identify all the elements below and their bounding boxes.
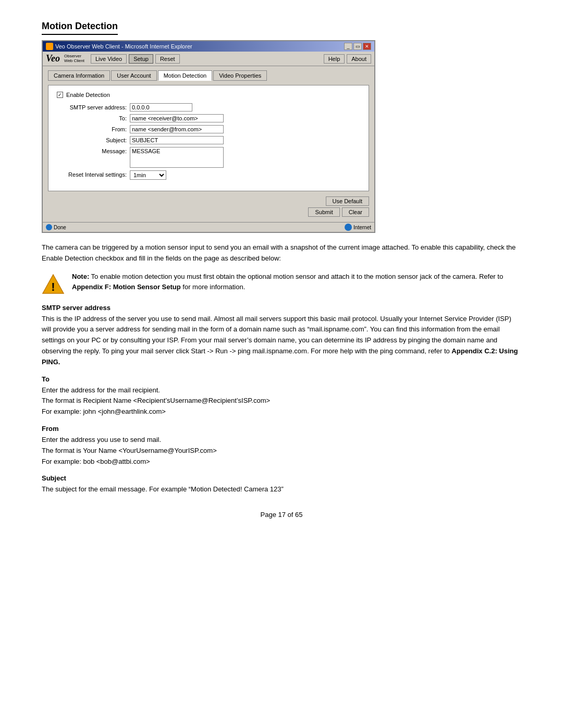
browser-window: Veo Observer Web Client - Microsoft Inte… (42, 40, 375, 233)
note-bold-link: Appendix F: Motion Sensor Setup (72, 283, 181, 291)
from-input[interactable] (130, 125, 224, 133)
about-button[interactable]: About (347, 54, 371, 64)
ie-icon (345, 224, 352, 231)
close-button[interactable]: ✕ (363, 43, 371, 50)
tab-video-properties[interactable]: Video Properties (213, 70, 267, 81)
reset-interval-row: Reset Interval settings: 1min 5min 10min (57, 170, 360, 180)
page-number: Page 17 of 65 (42, 511, 521, 519)
section-from-title: From (42, 425, 521, 433)
smtp-label: SMTP server address: (57, 103, 130, 110)
section-from-body: Enter the address you use to send mail. … (42, 435, 521, 467)
svg-text:!: ! (51, 280, 55, 293)
tab-camera-info[interactable]: Camera Information (48, 70, 110, 81)
browser-statusbar: Done Internet (43, 222, 374, 232)
section-subject-body: The subject for the email message. For e… (42, 484, 521, 495)
statusbar-icon (46, 224, 52, 230)
note-bold-prefix: Note: (72, 273, 89, 280)
reset-interval-label: Reset Interval settings: (57, 170, 130, 178)
section-subject-title: Subject (42, 474, 521, 482)
browser-toolbar: Veo Observer Web Client Live Video Setup… (43, 52, 374, 66)
smtp-row: SMTP server address: (57, 103, 360, 112)
form-area: ✓ Enable Detection SMTP server address: … (48, 85, 369, 191)
tab-motion-detection[interactable]: Motion Detection (158, 70, 213, 81)
subject-row: Subject: (57, 136, 360, 144)
minimize-button[interactable]: _ (344, 43, 352, 50)
use-default-button[interactable]: Use Default (326, 196, 369, 206)
browser-titlebar-text: Veo Observer Web Client - Microsoft Inte… (55, 43, 192, 50)
browser-title-icon (46, 43, 53, 50)
section-smtp: SMTP server address This is the IP addre… (42, 304, 521, 368)
subject-label: Subject: (57, 136, 130, 143)
statusbar-zone-text: Internet (353, 225, 371, 230)
note-text-end: for more information. (181, 283, 246, 291)
veo-logo: Veo (46, 53, 60, 64)
enable-detection-label: Enable Detection (66, 92, 110, 98)
message-textarea[interactable]: MESSAGE (130, 147, 224, 168)
live-video-button[interactable]: Live Video (91, 54, 127, 64)
section-from: From Enter the address you use to send m… (42, 425, 521, 467)
section-to-title: To (42, 375, 521, 383)
note-box: ! Note: To enable motion detection you m… (42, 272, 521, 295)
browser-content: Camera Information User Account Motion D… (43, 66, 374, 222)
statusbar-zone: Internet (345, 224, 371, 231)
browser-titlebar: Veo Observer Web Client - Microsoft Inte… (43, 41, 374, 52)
setup-button[interactable]: Setup (129, 54, 153, 64)
reset-button[interactable]: Reset (155, 54, 180, 64)
from-row: From: (57, 125, 360, 133)
body-text: The camera can be triggered by a motion … (42, 242, 521, 264)
to-row: To: (57, 114, 360, 122)
statusbar-text: Done (54, 225, 66, 230)
action-buttons: Use Default Submit Clear (48, 196, 369, 217)
enable-detection-checkbox[interactable]: ✓ (57, 92, 63, 98)
restore-button[interactable]: ▭ (353, 43, 362, 50)
note-text-body: To enable motion detection you must firs… (89, 273, 503, 280)
help-button[interactable]: Help (324, 54, 345, 64)
browser-window-controls: _ ▭ ✕ (344, 43, 371, 50)
warning-icon: ! (42, 273, 65, 295)
reset-interval-select[interactable]: 1min 5min 10min (130, 170, 166, 180)
from-label: From: (57, 125, 130, 132)
message-row: Message: MESSAGE (57, 147, 360, 168)
to-label: To: (57, 114, 130, 121)
submit-clear-row: Submit Clear (308, 207, 369, 217)
section-smtp-title: SMTP server address (42, 304, 521, 312)
enable-detection-row: ✓ Enable Detection (57, 92, 360, 98)
message-label: Message: (57, 147, 130, 154)
clear-button[interactable]: Clear (342, 207, 369, 217)
section-to-body: Enter the address for the mail recipient… (42, 385, 521, 417)
section-to: To Enter the address for the mail recipi… (42, 375, 521, 417)
to-input[interactable] (130, 114, 224, 122)
smtp-input[interactable] (130, 103, 192, 112)
section-subject: Subject The subject for the email messag… (42, 474, 521, 495)
page-title: Motion Detection (42, 21, 118, 35)
submit-button[interactable]: Submit (308, 207, 339, 217)
veo-subtitle: Observer Web Client (64, 54, 84, 64)
tab-row: Camera Information User Account Motion D… (48, 70, 369, 81)
note-text: Note: To enable motion detection you mus… (72, 272, 521, 293)
statusbar-done: Done (46, 224, 66, 230)
subject-input[interactable] (130, 136, 224, 144)
section-smtp-body: This is the IP address of the server you… (42, 314, 521, 368)
tab-user-account[interactable]: User Account (111, 70, 156, 81)
